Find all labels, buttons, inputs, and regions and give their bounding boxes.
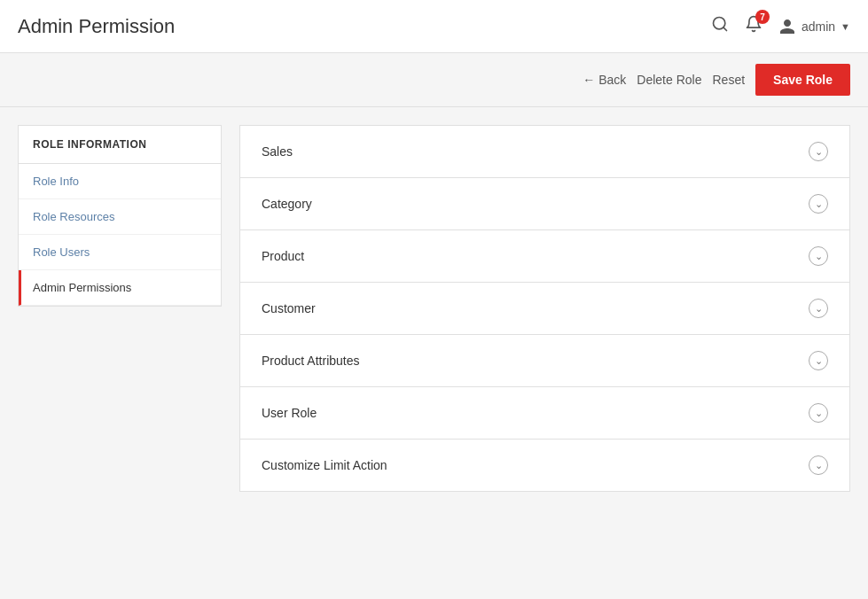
- reset-button[interactable]: Reset: [712, 73, 745, 87]
- sidebar-item-admin-permissions: Admin Permissions: [19, 270, 221, 306]
- permission-label-sales: Sales: [262, 144, 293, 159]
- permission-label-customer: Customer: [262, 301, 316, 315]
- permission-label-user-role: User Role: [262, 406, 317, 420]
- search-icon: [711, 15, 729, 33]
- top-header: Admin Permission 7 admin ▼: [0, 0, 868, 53]
- sidebar-item-role-resources: Role Resources: [19, 199, 221, 235]
- permission-row-product[interactable]: Product ⌄: [240, 230, 849, 283]
- sidebar: ROLE INFORMATION Role Info Role Resource…: [18, 125, 222, 307]
- chevron-down-icon-customize-limit-action: ⌄: [809, 455, 828, 475]
- permission-row-category[interactable]: Category ⌄: [240, 178, 849, 230]
- sidebar-link-role-resources[interactable]: Role Resources: [19, 199, 221, 234]
- permission-label-customize-limit-action: Customize Limit Action: [262, 458, 387, 472]
- svg-line-1: [723, 27, 727, 31]
- chevron-down-icon-category: ⌄: [809, 194, 828, 214]
- sidebar-item-role-info: Role Info: [19, 164, 221, 199]
- permission-row-product-attributes[interactable]: Product Attributes ⌄: [240, 335, 849, 387]
- chevron-down-icon-sales: ⌄: [809, 142, 828, 161]
- user-icon: [778, 18, 796, 35]
- page-title: Admin Permission: [18, 15, 175, 38]
- permission-row-customize-limit-action[interactable]: Customize Limit Action ⌄: [240, 440, 849, 491]
- permission-label-product: Product: [262, 249, 304, 263]
- permission-row-sales[interactable]: Sales ⌄: [240, 126, 849, 178]
- sidebar-item-role-users: Role Users: [19, 235, 221, 270]
- sidebar-link-role-users[interactable]: Role Users: [19, 235, 221, 269]
- chevron-down-icon-product: ⌄: [809, 246, 828, 266]
- back-arrow-icon: ←: [583, 73, 595, 87]
- main-content: ROLE INFORMATION Role Info Role Resource…: [0, 107, 868, 510]
- delete-role-button[interactable]: Delete Role: [637, 73, 701, 87]
- sidebar-heading: ROLE INFORMATION: [19, 126, 221, 164]
- chevron-down-icon-user-role: ⌄: [809, 403, 828, 423]
- user-name: admin: [802, 19, 835, 34]
- permission-label-product-attributes: Product Attributes: [262, 354, 360, 368]
- permission-label-category: Category: [262, 197, 312, 211]
- back-button[interactable]: ← Back: [583, 73, 626, 87]
- chevron-down-icon: ▼: [841, 21, 850, 32]
- chevron-down-icon-customer: ⌄: [809, 299, 828, 318]
- sidebar-link-role-info[interactable]: Role Info: [19, 164, 221, 198]
- permissions-panel: Sales ⌄ Category ⌄ Product ⌄ Customer ⌄ …: [239, 125, 850, 492]
- search-button[interactable]: [711, 15, 729, 37]
- permission-row-user-role[interactable]: User Role ⌄: [240, 387, 849, 440]
- notification-badge: 7: [755, 10, 770, 24]
- chevron-down-icon-product-attributes: ⌄: [809, 351, 828, 370]
- save-role-button[interactable]: Save Role: [755, 64, 850, 96]
- user-menu-button[interactable]: admin ▼: [778, 18, 850, 35]
- sidebar-nav: Role Info Role Resources Role Users Admi…: [19, 164, 221, 306]
- toolbar: ← Back Delete Role Reset Save Role: [0, 53, 868, 107]
- notification-button[interactable]: 7: [745, 15, 762, 37]
- header-right: 7 admin ▼: [711, 15, 850, 37]
- permission-row-customer[interactable]: Customer ⌄: [240, 283, 849, 335]
- sidebar-link-admin-permissions[interactable]: Admin Permissions: [21, 270, 221, 305]
